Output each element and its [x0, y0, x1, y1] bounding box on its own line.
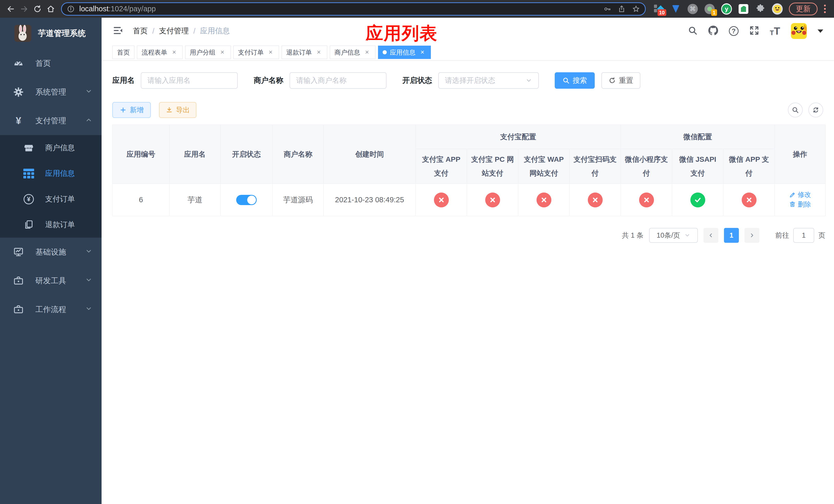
chevron-down-icon	[85, 305, 92, 314]
sidebar-collapse-icon[interactable]	[112, 25, 124, 37]
next-page-button[interactable]	[745, 228, 760, 243]
sidebar-item-merchant-info[interactable]: 商户信息	[0, 135, 102, 161]
share-icon[interactable]	[618, 5, 626, 13]
search-icon[interactable]	[688, 26, 698, 37]
goto-prefix: 前往	[775, 231, 789, 240]
monitor-chart-icon	[12, 247, 25, 257]
col-app-name: 应用名	[170, 125, 221, 184]
tab-pay-order[interactable]: 支付订单×	[233, 46, 279, 59]
app-logo[interactable]: 芋道管理系统	[0, 18, 102, 49]
add-button[interactable]: 新增	[112, 102, 151, 118]
reload-icon[interactable]	[31, 2, 44, 16]
refresh-table-button[interactable]	[808, 102, 823, 117]
tab-process-form[interactable]: 流程表单×	[137, 46, 182, 59]
sidebar-item-refund-order[interactable]: 退款订单	[0, 212, 102, 238]
select-placeholder: 请选择开启状态	[445, 76, 495, 85]
page-number-1[interactable]: 1	[724, 228, 739, 243]
chevron-down-icon[interactable]	[818, 29, 823, 33]
sidebar-item-home[interactable]: 首页	[0, 49, 102, 78]
sidebar-item-label: 支付管理	[36, 116, 66, 126]
chevron-down-icon	[85, 88, 92, 97]
breadcrumb-separator: /	[193, 27, 195, 36]
sidebar-item-label: 研发工具	[36, 276, 66, 286]
extension-kite-icon[interactable]	[671, 4, 681, 14]
page-size-select[interactable]: 10条/页	[649, 228, 698, 243]
url-text: localhost:1024/pay/app	[79, 5, 156, 13]
goto-suffix: 页	[818, 231, 825, 240]
puzzle-icon[interactable]	[755, 4, 766, 14]
close-icon[interactable]: ×	[219, 48, 226, 56]
tab-user-group[interactable]: 用户分组×	[185, 46, 231, 59]
app-name-input[interactable]	[141, 72, 238, 89]
dashboard-icon	[12, 58, 25, 69]
prev-page-button[interactable]	[703, 228, 718, 243]
tab-app-info[interactable]: 应用信息×	[378, 46, 431, 59]
close-icon[interactable]: ×	[315, 48, 323, 56]
address-bar[interactable]: localhost:1024/pay/app	[61, 2, 646, 16]
sidebar-item-infra[interactable]: 基础设施	[0, 238, 102, 266]
search-button[interactable]: 搜索	[555, 72, 595, 89]
delete-link[interactable]: 删除	[789, 200, 811, 209]
fullscreen-icon[interactable]	[749, 26, 759, 37]
screen: localhost:1024/pay/app 10 ⌘ 1 y	[0, 0, 834, 504]
back-icon[interactable]	[4, 2, 18, 16]
config-status-icon	[434, 192, 449, 207]
home-icon[interactable]	[44, 2, 58, 16]
main-header: 首页 / 支付管理 / 应用信息 ? TT	[102, 18, 834, 44]
merchant-name-input[interactable]	[289, 72, 387, 89]
cell-alipay-pc	[467, 184, 518, 216]
sidebar-item-pay-order[interactable]: ¥ 支付订单	[0, 186, 102, 212]
sidebar-item-dev-tools[interactable]: 研发工具	[0, 266, 102, 295]
chevron-down-icon	[684, 232, 690, 238]
font-size-icon[interactable]: TT	[770, 25, 780, 37]
goto-page-input[interactable]	[793, 228, 814, 243]
profile-avatar[interactable]	[772, 4, 783, 14]
config-status-icon	[742, 192, 756, 207]
browser-menu-icon[interactable]	[820, 5, 830, 13]
sidebar-item-label: 应用信息	[45, 168, 75, 179]
status-select[interactable]: 请选择开启状态	[438, 72, 539, 89]
tab-merchant-info[interactable]: 商户信息×	[330, 46, 375, 59]
download-icon	[166, 107, 173, 114]
forward-icon[interactable]	[18, 2, 31, 16]
close-icon[interactable]: ×	[419, 48, 426, 56]
yen-icon: ¥	[12, 115, 25, 127]
sidebar-item-workflow[interactable]: 工作流程	[0, 295, 102, 324]
tab-label: 首页	[117, 48, 130, 56]
extension-command-icon[interactable]: ⌘	[687, 4, 698, 14]
breadcrumb-item[interactable]: 首页	[133, 26, 148, 36]
yen-circle-icon: ¥	[23, 194, 35, 204]
app-name-label: 应用名	[112, 75, 135, 86]
extension-notes-icon[interactable]	[738, 4, 749, 14]
sidebar-item-system[interactable]: 系统管理	[0, 78, 102, 107]
export-button[interactable]: 导出	[159, 102, 196, 118]
breadcrumb-item[interactable]: 支付管理	[159, 26, 189, 36]
sidebar-item-app-info[interactable]: 应用信息	[0, 161, 102, 186]
tab-home[interactable]: 首页	[112, 46, 134, 59]
close-icon[interactable]: ×	[170, 48, 178, 56]
extension-recorder-icon[interactable]: 1	[704, 4, 715, 14]
close-icon[interactable]: ×	[363, 48, 371, 56]
help-icon[interactable]: ?	[729, 26, 739, 36]
key-icon[interactable]	[603, 5, 611, 13]
github-icon[interactable]	[708, 26, 718, 37]
chevron-down-icon	[526, 77, 532, 84]
merchant-name-label: 商户名称	[254, 75, 283, 86]
page-content: 应用名 商户名称 开启状态 请选择开启状态	[102, 61, 834, 504]
extension-badge: 10	[658, 9, 666, 16]
status-toggle[interactable]	[236, 195, 257, 205]
cell-status	[221, 184, 272, 216]
extension-y-icon[interactable]: y	[721, 4, 732, 14]
extension-diamond-icon[interactable]: 10	[654, 4, 664, 14]
edit-link[interactable]: 修改	[789, 190, 811, 199]
user-avatar[interactable]	[791, 23, 807, 39]
reset-button[interactable]: 重置	[601, 72, 640, 89]
tab-refund-order[interactable]: 退款订单×	[282, 46, 327, 59]
info-icon[interactable]	[67, 5, 74, 13]
sidebar-item-payment[interactable]: ¥ 支付管理	[0, 107, 102, 135]
refresh-icon	[609, 77, 616, 84]
browser-update-button[interactable]: 更新	[789, 3, 818, 15]
bookmark-star-icon[interactable]	[632, 5, 640, 13]
close-icon[interactable]: ×	[267, 48, 275, 56]
show-search-button[interactable]	[788, 102, 803, 117]
